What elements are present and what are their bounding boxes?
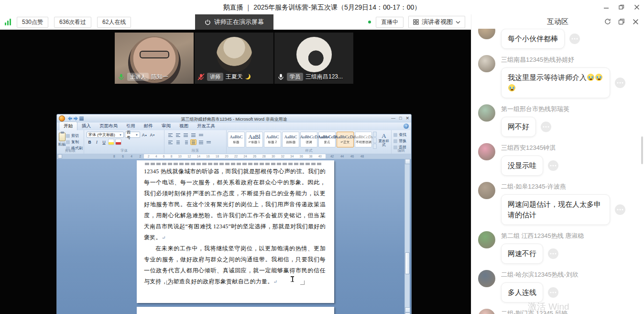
chat-bubble[interactable]: 网速不行 (501, 244, 543, 264)
align-left-icon[interactable] (167, 139, 174, 145)
chat-message: 第二组 江西12345热线 唐淑稳网速不行 (478, 231, 637, 264)
view-mode-select[interactable]: 演讲者视图 (408, 16, 465, 28)
chevron-down-icon (456, 21, 460, 24)
style-item[interactable]: AaBbCcDd↵正文 (337, 132, 354, 147)
italic-button[interactable]: I (94, 139, 100, 145)
underline-button[interactable]: U (101, 139, 107, 145)
message-menu-icon[interactable] (541, 122, 551, 132)
message-menu-icon[interactable] (615, 78, 625, 88)
chat-message: 二组-如皋12345-许波燕网速问题估计，现在人太多申请的估计 (478, 182, 637, 225)
chat-bubble[interactable]: 每个小伙伴都棒 (501, 29, 565, 49)
line-spacing-icon[interactable] (198, 139, 204, 145)
bold-button[interactable]: B (87, 139, 93, 145)
message-menu-icon[interactable] (548, 160, 558, 171)
align-right-icon[interactable] (183, 139, 189, 145)
ribbon-tab-视图[interactable]: 视图 (175, 122, 193, 130)
document-canvas[interactable]: 12345 热线就像城市的听诊器，而我们就是那根传导心声的弦。我们的每一个电话、… (57, 159, 411, 314)
refresh-icon[interactable] (604, 18, 611, 25)
paragraph-mark: ↵ (162, 235, 165, 240)
copy-button[interactable]: 复制 (66, 139, 83, 145)
participant-label: 学员 三组南昌123... (277, 73, 343, 81)
chat-close-icon[interactable] (632, 18, 639, 25)
align-center-icon[interactable] (175, 139, 181, 145)
chat-message-list[interactable]: 激活 Wind 每个小伙伴都棒三组南昌12345热线孙婧妤我这里显示等待讲师介入… (471, 29, 644, 314)
message-menu-icon[interactable] (548, 248, 558, 259)
mic-icon (197, 73, 205, 80)
tab-selector[interactable] (58, 154, 62, 158)
online-badge: 62人在线 (97, 17, 131, 28)
ribbon-tab-插入[interactable]: 插入 (77, 122, 95, 130)
chat-message: 每个小伙伴都棒 (478, 29, 637, 49)
scroll-down-icon[interactable] (405, 307, 410, 313)
scroll-up-icon[interactable] (405, 159, 410, 164)
indent-increase-icon[interactable] (190, 132, 196, 138)
shrink-font-button[interactable]: A▼ (149, 132, 156, 138)
ribbon-tab-页面布局[interactable]: 页面布局 (95, 122, 122, 130)
style-item[interactable]: AaBbCcD要点 (318, 132, 336, 147)
live-stats-icon (5, 19, 11, 25)
ribbon-tab-开发工具[interactable]: 开发工具 (193, 122, 219, 130)
ribbon-tab-邮件[interactable]: 邮件 (140, 122, 157, 130)
font-color-button[interactable] (115, 139, 121, 145)
ribbon-tab-引用[interactable]: 引用 (122, 122, 140, 130)
ribbon-tab-审阅[interactable]: 审阅 (157, 122, 175, 130)
chat-bubble[interactable]: 网速问题估计，现在人太多申请的估计 (501, 194, 610, 225)
document-paragraph[interactable]: 12345 热线就像城市的听诊器，而我们就是那根传导心声的弦。我们的每一个电话、… (144, 166, 326, 243)
chat-panel: 互动区 激活 Wind 每个小伙伴都棒三组南昌12345热线孙婧妤我这里显示等待… (471, 14, 644, 314)
app-title: 鹅直播 ｜ 2025年服务训练营-第五次课（5月29日14：00-17：00） (0, 0, 644, 14)
document-paragraph[interactable]: 在未来的工作中，我将继续坚守岗位，以更加饱满的热情、更加专业的服务，做好政府与群… (144, 243, 326, 287)
cut-button[interactable]: 剪切 (66, 133, 83, 138)
message-menu-icon[interactable] (569, 34, 580, 44)
chat-bubble[interactable]: 没显示哇 (501, 156, 543, 176)
style-item[interactable]: AaBbC副标题 (282, 132, 299, 147)
style-item[interactable]: AaBbC标题 2 (264, 132, 281, 147)
presenting-banner: 讲师正在演示屏幕 (195, 14, 273, 30)
grow-font-button[interactable]: A▲ (141, 132, 148, 138)
minimize-icon[interactable] (603, 4, 610, 11)
ribbon-tab-开始[interactable]: 开始 (59, 122, 77, 130)
mic-icon (277, 73, 284, 80)
font-name-combo[interactable]: 宋体 (中文标题)▼ (87, 132, 124, 138)
styles-gallery-scroll[interactable] (373, 132, 377, 149)
message-menu-icon[interactable] (615, 204, 625, 215)
crying-emoji (508, 84, 515, 91)
chat-bubble[interactable]: 我这里显示等待讲师介入 (501, 67, 610, 98)
word-help-icon[interactable]: ? (404, 123, 409, 129)
horizontal-ruler[interactable]: 8642 24681012141618202224262830323436384… (57, 154, 411, 159)
role-badge: 讲师 (207, 73, 223, 81)
numbering-icon[interactable] (175, 132, 181, 138)
justify-icon[interactable] (190, 139, 196, 145)
participant-tile[interactable]: 讲师 王夏天 (195, 33, 273, 84)
style-item[interactable]: AaBbCcDs不明显强调 (355, 132, 372, 147)
style-item[interactable]: AaBbC标题 (228, 132, 245, 147)
sort-icon[interactable] (198, 132, 204, 138)
close-icon[interactable] (633, 4, 640, 11)
highlight-color-button[interactable] (108, 139, 114, 145)
ribbon-tabs: 开始插入页面布局引用邮件审阅视图开发工具 (57, 123, 411, 130)
bullets-icon[interactable] (167, 132, 174, 138)
font-size-combo[interactable]: 四号▼ (125, 132, 140, 138)
borders-icon[interactable] (206, 139, 212, 145)
style-item[interactable]: AaBbCcD强调 (300, 132, 317, 147)
document-page-1[interactable]: 12345 热线就像城市的听诊器，而我们就是那根传导心声的弦。我们的每一个电话、… (137, 160, 334, 303)
popout-icon[interactable] (618, 18, 625, 25)
ruler-numbers-right: 42444648 (330, 154, 364, 158)
chat-bubble[interactable]: 多人连线 (501, 282, 543, 303)
chat-scrollbar[interactable] (641, 136, 643, 164)
document-page-2[interactable] (137, 307, 334, 314)
indent-decrease-icon[interactable] (183, 132, 189, 138)
chat-bubble[interactable]: 网不好 (501, 117, 536, 137)
message-menu-icon[interactable] (548, 287, 558, 298)
replace-button[interactable]: 替换 (393, 138, 411, 144)
change-styles-button[interactable]: A 更改样式 (378, 132, 390, 149)
word-window-controls[interactable]: —□✕ (391, 115, 409, 121)
vertical-scrollbar[interactable] (404, 159, 410, 314)
find-button[interactable]: 查找 (393, 132, 411, 137)
participant-tile[interactable]: 学员 三组南昌123... (274, 33, 353, 84)
scrollbar-thumb[interactable] (405, 252, 410, 274)
document-text[interactable]: 12345 热线就像城市的听诊器，而我们就是那根传导心声的弦。我们的每一个电话、… (144, 162, 326, 287)
paste-button[interactable]: 粘贴 (58, 131, 66, 149)
style-item[interactable]: AaBl↵标题 1 (246, 132, 263, 147)
restore-icon[interactable] (618, 4, 625, 11)
participant-tile[interactable]: 主讲人 陈知一 (115, 33, 194, 84)
